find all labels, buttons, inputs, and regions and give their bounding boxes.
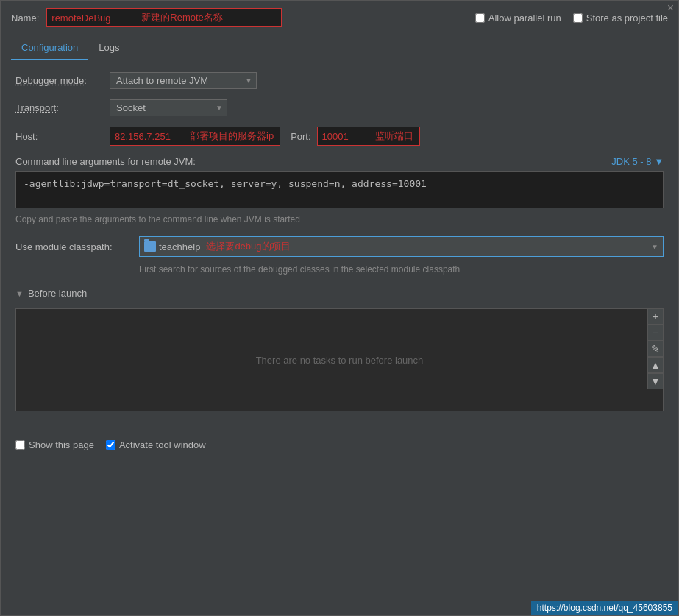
remove-task-button[interactable]: −	[647, 325, 664, 341]
before-launch-header: ▼ Before launch	[15, 288, 664, 302]
port-input[interactable]	[318, 127, 369, 145]
name-annotation: 新建的Remote名称	[135, 9, 229, 26]
debugger-mode-select-wrap: Attach to remote JVM Listen to remote JV…	[110, 72, 257, 89]
url-bar: https://blog.csdn.net/qq_45603855	[531, 601, 678, 615]
cmd-header: Command line arguments for remote JVM: J…	[15, 156, 664, 167]
show-page-label: Show this page	[29, 439, 94, 450]
checkbox-group: Allow parallel run Store as project file	[475, 13, 668, 24]
tab-configuration[interactable]: Configuration	[11, 36, 88, 60]
host-port-row: Host: 部署项目的服务器ip Port: 监听端口	[15, 127, 664, 146]
cmd-hint: Copy and paste the arguments to the comm…	[15, 214, 664, 224]
debugger-mode-row: Debugger mode: Attach to remote JVM List…	[15, 72, 664, 89]
port-label: Port:	[291, 131, 310, 142]
before-launch-title: Before launch	[28, 288, 87, 299]
port-input-wrap: 监听端口	[317, 127, 420, 146]
close-button[interactable]: ×	[667, 2, 674, 14]
activate-tool-checkbox[interactable]	[106, 440, 115, 450]
host-input-wrap: 部署项目的服务器ip	[110, 127, 280, 146]
store-project-checkbox[interactable]	[573, 13, 583, 23]
module-row: Use module classpath: teachhelp 选择要debug…	[15, 236, 664, 257]
jdk-link[interactable]: JDK 5 - 8 ▼	[611, 156, 664, 167]
allow-parallel-label: Allow parallel run	[488, 13, 561, 24]
module-name: teachhelp	[159, 241, 200, 252]
module-select-inner[interactable]: teachhelp 选择要debug的项目	[140, 237, 663, 256]
store-project-label: Store as project file	[586, 13, 668, 24]
show-page-checkbox[interactable]	[15, 440, 25, 450]
configuration-panel: Debugger mode: Attach to remote JVM List…	[1, 60, 678, 423]
module-hint: First search for sources of the debugged…	[139, 263, 664, 276]
bottom-bar: Show this page Activate tool window	[1, 431, 678, 459]
tabs-bar: Configuration Logs	[1, 35, 678, 60]
activate-tool-item: Activate tool window	[106, 439, 206, 450]
debugger-mode-select[interactable]: Attach to remote JVM Listen to remote JV…	[110, 72, 257, 89]
before-launch-box: There are no tasks to run before launch …	[15, 308, 664, 411]
transport-row: Transport: Socket Shared memory ▼	[15, 99, 664, 116]
run-debug-dialog: × Name: 新建的Remote名称 Allow parallel run S…	[0, 0, 679, 616]
debugger-mode-label: Debugger mode:	[15, 75, 104, 86]
top-bar: Name: 新建的Remote名称 Allow parallel run Sto…	[1, 1, 678, 35]
collapse-arrow-icon[interactable]: ▼	[15, 289, 24, 298]
folder-icon	[144, 241, 156, 252]
move-up-button[interactable]: ▲	[647, 357, 664, 373]
cmd-box: -agentlib:jdwp=transport=dt_socket, serv…	[15, 171, 664, 208]
name-label: Name:	[11, 13, 39, 24]
host-annotation: 部署项目的服务器ip	[184, 127, 280, 145]
side-buttons: + − ✎ ▲ ▼	[647, 308, 664, 389]
show-page-item: Show this page	[15, 439, 94, 450]
activate-tool-label: Activate tool window	[119, 439, 206, 450]
move-down-button[interactable]: ▼	[647, 373, 664, 389]
tab-logs[interactable]: Logs	[88, 36, 129, 60]
host-label: Host:	[15, 131, 104, 142]
module-select-wrap: teachhelp 选择要debug的项目 ▼	[139, 236, 664, 257]
transport-label: Transport:	[15, 102, 104, 113]
add-task-button[interactable]: +	[647, 308, 664, 325]
port-annotation: 监听端口	[369, 127, 419, 145]
cmd-label: Command line arguments for remote JVM:	[15, 156, 196, 167]
no-tasks-text: There are no tasks to run before launch	[256, 355, 424, 366]
name-input[interactable]	[47, 10, 135, 26]
store-project-item: Store as project file	[573, 13, 668, 24]
module-label: Use module classpath:	[15, 241, 133, 252]
host-input[interactable]	[110, 127, 184, 145]
module-annotation: 选择要debug的项目	[206, 240, 290, 253]
allow-parallel-item: Allow parallel run	[475, 13, 561, 24]
edit-task-button[interactable]: ✎	[647, 341, 664, 357]
allow-parallel-checkbox[interactable]	[475, 13, 485, 23]
transport-select[interactable]: Socket Shared memory	[110, 99, 227, 116]
transport-select-wrap: Socket Shared memory ▼	[110, 99, 227, 116]
module-arrow-icon: ▼	[651, 243, 658, 251]
